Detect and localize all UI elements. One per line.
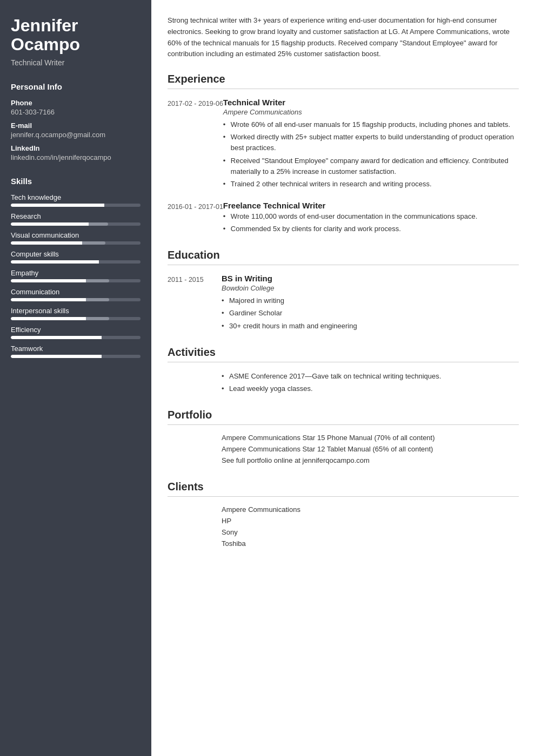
clients-divider	[168, 496, 519, 497]
entry-content: Freelance Technical WriterWrote 110,000 …	[223, 201, 519, 236]
job-title: Freelance Technical Writer	[223, 201, 519, 210]
bullet-item: Received "Standout Employee" company awa…	[223, 156, 519, 177]
bullet-item: Trained 2 other technical writers in res…	[223, 179, 519, 190]
entry-content: BS in WritingBowdoin CollegeMajored in w…	[222, 274, 519, 333]
skill-item: Empathy	[11, 269, 141, 282]
bullet-item: Wrote 110,000 words of end-user document…	[223, 211, 519, 222]
portfolio-content: Ampere Communications Star 15 Phone Manu…	[222, 434, 519, 468]
skill-name: Visual communication	[11, 231, 141, 239]
bullet-list: Majored in writingGardiner Scholar30+ cr…	[222, 295, 519, 331]
clients-entry: Ampere CommunicationsHPSonyToshiba	[168, 505, 519, 551]
portfolio-divider	[168, 424, 519, 425]
school-name: Bowdoin College	[222, 284, 519, 292]
linkedin-label: LinkedIn	[11, 144, 141, 152]
activities-entry: ASME Conference 2017—Gave talk on techni…	[168, 371, 519, 396]
bullet-item: 30+ credit hours in math and engineering	[222, 321, 519, 332]
entry-content: Technical WriterAmpere CommunicationsWro…	[223, 98, 519, 191]
skill-name: Computer skills	[11, 250, 141, 258]
personal-info-heading: Personal Info	[11, 82, 141, 91]
clients-section: Clients Ampere CommunicationsHPSonyToshi…	[168, 481, 519, 551]
entry-date: 2011 - 2015	[168, 274, 222, 333]
skill-name: Empathy	[11, 269, 141, 277]
client-item: Toshiba	[222, 539, 519, 548]
job-title: Technical Writer	[223, 98, 519, 107]
experience-divider	[168, 89, 519, 89]
client-item: Sony	[222, 528, 519, 536]
skill-bar	[11, 260, 141, 264]
portfolio-list: Ampere Communications Star 15 Phone Manu…	[168, 434, 519, 468]
experience-section: Experience 2017-02 - 2019-06Technical Wr…	[168, 73, 519, 236]
skill-bar	[11, 355, 141, 358]
experience-list: 2017-02 - 2019-06Technical WriterAmpere …	[168, 98, 519, 236]
education-heading: Education	[168, 249, 519, 261]
activity-item: Lead weekly yoga classes.	[222, 383, 519, 394]
clients-list: Ampere CommunicationsHPSonyToshiba	[168, 505, 519, 551]
activities-section: Activities ASME Conference 2017—Gave tal…	[168, 346, 519, 396]
skill-name: Teamwork	[11, 345, 141, 353]
skill-bar	[11, 336, 141, 339]
bullet-item: Worked directly with 25+ subject matter …	[223, 132, 519, 153]
skill-bar	[11, 298, 141, 301]
company-name: Ampere Communications	[223, 108, 519, 116]
portfolio-item: Ampere Communications Star 12 Tablet Man…	[222, 445, 519, 453]
activities-content: ASME Conference 2017—Gave talk on techni…	[222, 371, 519, 396]
activities-list: ASME Conference 2017—Gave talk on techni…	[168, 371, 519, 396]
experience-heading: Experience	[168, 73, 519, 85]
activities-divider	[168, 362, 519, 362]
clients-content: Ampere CommunicationsHPSonyToshiba	[222, 505, 519, 551]
education-divider	[168, 265, 519, 265]
candidate-name: Jennifer Ocampo	[11, 16, 141, 54]
bullet-list: Wrote 60% of all end-user manuals for 15…	[223, 119, 519, 190]
clients-heading: Clients	[168, 481, 519, 493]
skills-section: Skills Tech knowledgeResearchVisual comm…	[11, 177, 141, 358]
portfolio-item: See full portfolio online at jenniferqoc…	[222, 456, 519, 464]
skill-bar	[11, 279, 141, 282]
skill-name: Tech knowledge	[11, 193, 141, 201]
skill-item: Efficiency	[11, 326, 141, 339]
portfolio-heading: Portfolio	[168, 409, 519, 421]
bullet-list: Wrote 110,000 words of end-user document…	[223, 211, 519, 234]
sidebar: Jennifer Ocampo Technical Writer Persona…	[0, 0, 151, 756]
email-value: jennifer.q.ocampo@gmail.com	[11, 131, 141, 139]
experience-entry: 2016-01 - 2017-01Freelance Technical Wri…	[168, 201, 519, 236]
skills-list: Tech knowledgeResearchVisual communicati…	[11, 193, 141, 358]
activities-list: ASME Conference 2017—Gave talk on techni…	[222, 371, 519, 394]
candidate-title: Technical Writer	[11, 58, 141, 67]
entry-date	[168, 505, 222, 551]
entry-date	[168, 434, 222, 468]
skill-item: Research	[11, 212, 141, 226]
skill-item: Interpersonal skills	[11, 307, 141, 320]
entry-date: 2016-01 - 2017-01	[168, 201, 223, 236]
main-content: Strong technical writer with 3+ years of…	[151, 0, 535, 756]
bullet-item: Wrote 60% of all end-user manuals for 15…	[223, 119, 519, 130]
skill-bar	[11, 241, 141, 245]
skill-name: Interpersonal skills	[11, 307, 141, 315]
bullet-item: Commended 5x by clients for clarity and …	[223, 224, 519, 234]
phone-value: 601-303-7166	[11, 108, 141, 116]
skill-name: Communication	[11, 288, 141, 296]
education-list: 2011 - 2015BS in WritingBowdoin CollegeM…	[168, 274, 519, 333]
entry-date	[168, 371, 222, 396]
client-item: Ampere Communications	[222, 505, 519, 514]
skill-item: Visual communication	[11, 231, 141, 245]
skills-heading: Skills	[11, 177, 141, 186]
skill-item: Tech knowledge	[11, 193, 141, 207]
client-item: HP	[222, 517, 519, 525]
linkedin-value: linkedin.com/in/jenniferqocampo	[11, 153, 141, 161]
portfolio-entry: Ampere Communications Star 15 Phone Manu…	[168, 434, 519, 468]
portfolio-item: Ampere Communications Star 15 Phone Manu…	[222, 434, 519, 442]
skill-item: Teamwork	[11, 345, 141, 358]
portfolio-section: Portfolio Ampere Communications Star 15 …	[168, 409, 519, 468]
skill-item: Communication	[11, 288, 141, 301]
bullet-item: Gardiner Scholar	[222, 308, 519, 319]
skill-bar	[11, 204, 141, 207]
skill-item: Computer skills	[11, 250, 141, 264]
skill-name: Research	[11, 212, 141, 220]
summary-text: Strong technical writer with 3+ years of…	[168, 15, 519, 60]
education-entry: 2011 - 2015BS in WritingBowdoin CollegeM…	[168, 274, 519, 333]
bullet-item: Majored in writing	[222, 295, 519, 306]
activities-heading: Activities	[168, 346, 519, 359]
experience-entry: 2017-02 - 2019-06Technical WriterAmpere …	[168, 98, 519, 191]
education-section: Education 2011 - 2015BS in WritingBowdoi…	[168, 249, 519, 333]
skill-name: Efficiency	[11, 326, 141, 334]
